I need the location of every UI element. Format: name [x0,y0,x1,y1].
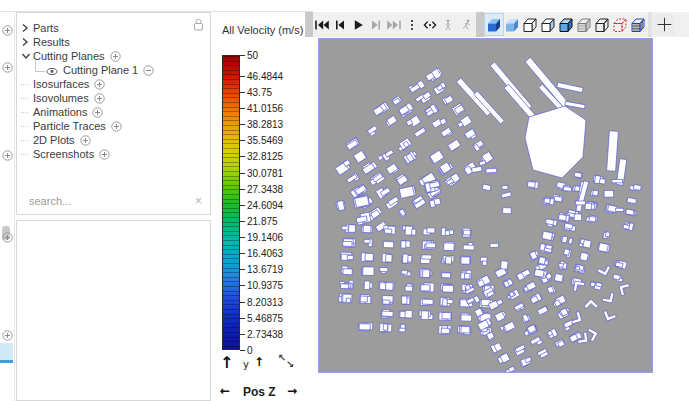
tick-mark [240,108,245,109]
add-circle-icon[interactable] [2,232,13,243]
view-feature-dashed-button[interactable] [611,14,629,35]
tick-mark [240,76,245,77]
view-right-button[interactable]: → [287,384,297,398]
tick-mark [240,302,245,303]
toolbar-separator [476,12,484,37]
more-options-button[interactable] [403,14,421,35]
eye-icon[interactable] [46,66,58,75]
tree-item-screenshots[interactable]: Screenshots [17,147,210,161]
view-filled-edges-button[interactable] [557,14,575,35]
tree-guide [21,107,31,117]
add-circle-icon[interactable] [99,149,110,160]
view-mesh-colored-button[interactable] [629,14,647,35]
tick-label: 21.875 [247,217,278,226]
tree-item-cutting-planes[interactable]: Cutting Planes [17,49,210,63]
view-flat-shaded-button[interactable] [503,14,521,35]
view-hidden-line-button[interactable] [521,14,539,35]
chevron-right-icon[interactable] [21,37,31,47]
diag-down-right-icon: ↘ [286,359,294,370]
walk-mode-button [439,14,457,35]
close-icon[interactable]: × [193,194,204,208]
tree-item-results[interactable]: Results [17,35,210,49]
panel-splitter[interactable] [305,12,313,37]
rail-selected-item[interactable] [0,343,13,360]
step-forward-button [367,14,385,35]
remove-circle-icon[interactable] [143,65,154,76]
tick-label: 27.3438 [247,185,283,194]
view-up-button[interactable]: ↑ [220,353,233,372]
tick-label: 24.6094 [247,201,283,210]
tree-item-2d-plots[interactable]: 2D Plots [17,133,210,147]
tree-item-label: Screenshots [33,148,94,160]
legend-title: All Velocity (m/s) [222,24,303,36]
tree-item-label: Animations [33,106,87,118]
tick-label: 10.9375 [247,281,283,290]
tick-mark [240,140,245,141]
tick-mark [240,237,245,238]
chevron-right-icon[interactable] [21,23,31,33]
add-circle-icon[interactable] [2,330,13,341]
tree-guide [21,135,31,145]
tick-mark [240,318,245,319]
tree-item-parts[interactable]: Parts [17,21,210,35]
add-circle-icon[interactable] [2,150,13,161]
tree-item-particle-traces[interactable]: Particle Traces [17,119,210,133]
add-circle-icon[interactable] [111,121,122,132]
view-diagonal-button[interactable]: ↖ ↘ [278,352,296,370]
add-circle-icon[interactable] [2,25,13,36]
tree-item-label: Isosurfaces [33,78,89,90]
viewport[interactable] [318,38,653,373]
view-mesh-button[interactable] [575,14,593,35]
tick-mark [240,92,245,93]
add-circle-icon[interactable] [94,79,105,90]
play-button[interactable] [349,14,367,35]
chevron-down-icon[interactable] [21,51,31,61]
tree-item-isovolumes[interactable]: Isovolumes [17,91,210,105]
tick-label: 0 [247,346,253,355]
tick-mark [240,253,245,254]
add-circle-icon[interactable] [92,107,103,118]
tree-item-animations[interactable]: Animations [17,105,210,119]
view-wireframe-button[interactable] [593,14,611,35]
tick-label: 41.0156 [247,104,283,113]
search-input[interactable] [27,194,193,208]
add-circle-icon[interactable] [94,93,105,104]
tree-guide [21,121,31,131]
tick-label: 43.75 [247,88,272,97]
step-back-button[interactable] [331,14,349,35]
jump-to-end-button [385,14,403,35]
tick-mark [240,350,245,351]
tick-mark [240,221,245,222]
tree-item-label: Particle Traces [33,120,106,132]
search-row: × [27,192,204,210]
city-model[interactable] [319,39,652,372]
add-circle-icon[interactable] [2,62,13,73]
tick-mark [240,173,245,174]
tick-label: 50 [247,51,258,60]
tree-item-cutting-plane-1[interactable]: Cutting Plane 1 [17,63,210,77]
add-circle-icon[interactable] [80,135,91,146]
tick-mark [240,269,245,270]
jump-to-start-button[interactable] [313,14,331,35]
view-smooth-shaded-button[interactable] [485,14,503,35]
tick-label: 38.2813 [247,120,283,129]
span-time-button[interactable] [421,14,439,35]
view-direction-label: Pos Z [243,385,276,399]
tick-mark [240,205,245,206]
tick-mark [240,189,245,190]
tree-guide [21,93,31,103]
tick-mark [240,55,245,56]
tree-item-isosurfaces[interactable]: Isosurfaces [17,77,210,91]
probe-button[interactable] [653,14,675,35]
colorbar [222,55,240,350]
tick-label: 32.8125 [247,152,283,161]
view-left-button[interactable]: ← [220,384,230,398]
tick-mark [240,124,245,125]
add-circle-icon[interactable] [110,51,121,62]
model-tree-panel: PartsResultsCutting PlanesCutting Plane … [16,12,211,215]
tree-item-label: Cutting Plane 1 [63,64,138,76]
axis-up-arrow-button[interactable]: ↑ [254,355,264,369]
tick-label: 16.4063 [247,249,283,258]
view-shaded-edges-button[interactable] [539,14,557,35]
toolbar-separator [648,12,652,37]
